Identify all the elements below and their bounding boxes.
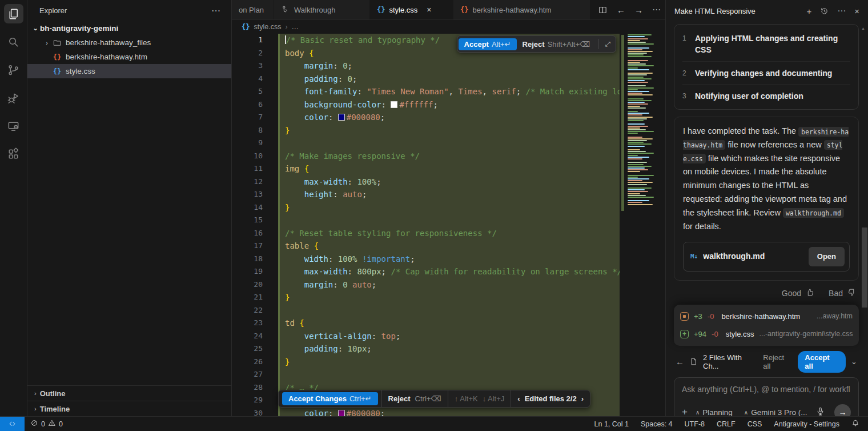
panel-more-icon[interactable]: ⋯: [837, 6, 846, 16]
notifications-bell-icon[interactable]: [851, 419, 859, 429]
status-css[interactable]: CSS: [748, 420, 762, 428]
minimap-line: [628, 73, 653, 74]
microphone-icon[interactable]: [815, 406, 825, 416]
send-button[interactable]: →: [834, 404, 851, 416]
open-button[interactable]: Open: [809, 247, 845, 266]
split-editor-icon[interactable]: [598, 5, 608, 15]
navigate-forward-icon[interactable]: →: [634, 5, 643, 15]
add-context-button[interactable]: +: [682, 406, 688, 416]
prev-file-icon[interactable]: ‹: [517, 394, 520, 403]
new-conversation-icon[interactable]: +: [806, 6, 811, 16]
explorer-sidebar: Explorer ⋯ ⌄bh-antigravity-gemini›berksh…: [27, 0, 232, 416]
tree-item-berkshire-hathaway-files[interactable]: ›berkshire-hathaway_files: [27, 35, 231, 50]
code-line-10: 10/* Make images responsive */: [232, 150, 620, 163]
minimap-line: [628, 49, 642, 50]
status-crlf[interactable]: CRLF: [717, 420, 736, 428]
panel-scrollbar-thumb[interactable]: [862, 228, 867, 308]
accept-changes-label: Accept Changes: [288, 394, 347, 403]
changed-file-row[interactable]: ++94-0style.css...-antigravity-gemini\st…: [680, 325, 853, 343]
tab-berkshire-hathaway-htm[interactable]: {}berkshire-hathaway.htm: [453, 0, 590, 19]
status-spaces-4[interactable]: Spaces: 4: [641, 420, 673, 428]
reject-button[interactable]: RejectShift+Alt+⌫: [517, 38, 596, 50]
code-token: /* Match existing look */: [525, 87, 620, 96]
minimap-line: [628, 202, 642, 203]
code-token: ,: [449, 87, 459, 96]
step-text: Notifying user of completion: [695, 90, 803, 102]
history-icon[interactable]: [820, 6, 829, 16]
added-lines-count: +94: [694, 330, 706, 338]
tab-walkthrough[interactable]: Walkthrough: [274, 0, 370, 19]
line-number: 16: [232, 227, 263, 240]
line-number: 30: [232, 407, 263, 417]
extensions-icon[interactable]: [4, 144, 23, 163]
panel-scroll-up-arrow[interactable]: ▲: [861, 26, 865, 30]
tree-item-label: berkshire-hathaway_files: [66, 38, 151, 47]
reject-all-button[interactable]: Reject all: [763, 353, 793, 370]
mode-selector[interactable]: ∧ Planning: [696, 408, 733, 416]
chevron-right-icon: ›: [34, 405, 37, 412]
code-token: ;: [352, 74, 357, 83]
remote-indicator[interactable]: [0, 417, 25, 431]
minimap-line: [628, 178, 649, 179]
code-line-25: 25 padding: 10px;: [232, 342, 620, 356]
accept-button[interactable]: AcceptAlt+↵: [459, 38, 517, 50]
navigate-back-icon[interactable]: ←: [617, 5, 625, 15]
minimap-line: [628, 129, 646, 130]
editor-more-icon[interactable]: ⋯: [652, 5, 661, 15]
accept-all-button[interactable]: Accept all: [798, 351, 846, 373]
tree-item-style-css[interactable]: {}style.css: [27, 64, 231, 78]
code-token: ;: [372, 280, 376, 289]
chevron-down-icon[interactable]: ⌄: [851, 357, 857, 366]
code-token: [285, 280, 304, 289]
tab-close-icon[interactable]: ×: [427, 5, 431, 14]
back-arrow-icon[interactable]: ←: [676, 357, 684, 366]
code-token: :: [357, 87, 367, 96]
code-token: [285, 254, 304, 264]
remote-explorer-icon[interactable]: [4, 116, 23, 135]
added-lines-count: +3: [694, 312, 702, 321]
next-file-icon[interactable]: ›: [581, 394, 584, 403]
explorer-icon[interactable]: [4, 4, 23, 23]
line-number: 18: [232, 253, 263, 266]
walkthrough-attachment[interactable]: M↓ walkthrough.md Open: [683, 242, 850, 271]
next-hunk-shortcut[interactable]: ↓ Alt+J: [483, 394, 505, 403]
status-antigravity-settings[interactable]: Antigravity - Settings: [774, 420, 839, 428]
breadcrumb-file[interactable]: style.css: [254, 23, 281, 31]
breadcrumb-more[interactable]: …: [292, 23, 299, 31]
model-selector[interactable]: ∧ Gemini 3 Pro (...: [744, 408, 807, 416]
agent-message: I have completed the task. The berkshire…: [674, 117, 859, 280]
prev-hunk-shortcut[interactable]: ↑ Alt+K: [455, 394, 478, 403]
tree-item-berkshire-hathaway-htm[interactable]: {}berkshire-hathaway.htm: [27, 50, 231, 64]
minimap-line: [628, 191, 648, 192]
section-timeline[interactable]: ›Timeline: [27, 401, 231, 416]
tab-on-plan[interactable]: on Plan: [232, 0, 274, 19]
run-debug-icon[interactable]: [4, 88, 23, 107]
panel-close-icon[interactable]: ×: [854, 6, 859, 16]
status-ln-1-col-1[interactable]: Ln 1, Col 1: [594, 420, 629, 428]
line-number: 13: [232, 188, 263, 201]
changed-file-row[interactable]: +3-0berkshire-hathaway.htm...away.htm: [680, 308, 853, 325]
line-number: 10: [232, 150, 263, 163]
collapse-icon[interactable]: ⤢: [601, 40, 614, 48]
status-utf-8[interactable]: UTF-8: [685, 420, 705, 428]
explorer-more-icon[interactable]: ⋯: [211, 5, 221, 16]
tree-root-folder[interactable]: ⌄bh-antigravity-gemini: [27, 21, 231, 35]
code-token: }: [285, 203, 290, 212]
search-icon[interactable]: [4, 32, 23, 51]
section-outline[interactable]: ›Outline: [27, 385, 231, 401]
problems-indicator[interactable]: 0 0: [25, 419, 69, 429]
thumbs-down-icon[interactable]: [847, 288, 857, 299]
minimap[interactable]: [620, 34, 665, 416]
accept-changes-button[interactable]: Accept ChangesCtrl+↵: [282, 392, 378, 405]
line-content: max-width: 800px; /* Cap width for reada…: [278, 265, 620, 278]
tab-style-css[interactable]: {}style.css×: [370, 0, 453, 19]
reject-changes-button[interactable]: Reject Ctrl+⌫: [382, 390, 448, 407]
chat-input[interactable]: Ask anything (Ctrl+L), @ to mention, / f…: [682, 385, 851, 394]
code-token: padding: [304, 344, 338, 353]
code-area[interactable]: 1/* Basic reset and typography */2body {…: [232, 34, 620, 416]
code-token: height: [304, 190, 333, 199]
source-control-icon[interactable]: [4, 60, 23, 79]
code-token: {: [314, 241, 319, 250]
thumbs-up-icon[interactable]: [805, 288, 815, 299]
minimap-line: [628, 102, 645, 103]
